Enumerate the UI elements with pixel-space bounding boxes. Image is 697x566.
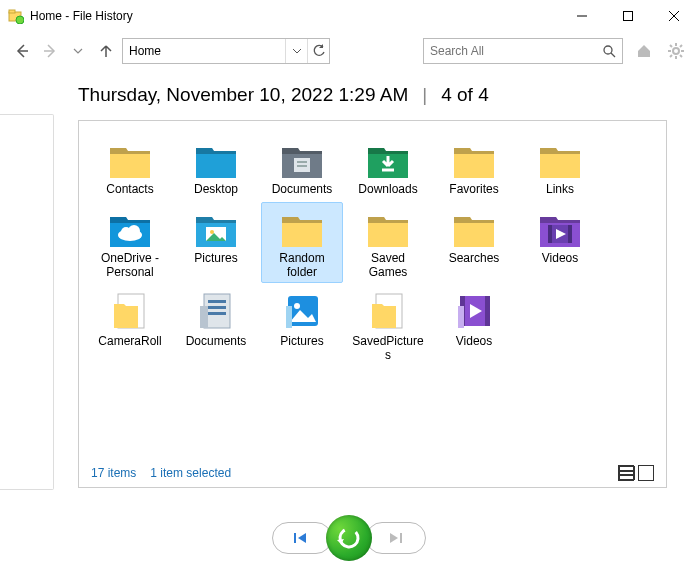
window-title: Home - File History (30, 9, 559, 23)
main-area: Thursday, November 10, 2022 1:29 AM | 4 … (0, 74, 697, 510)
home-icon[interactable] (633, 40, 655, 62)
file-item[interactable]: Searches (433, 202, 515, 283)
up-button[interactable] (94, 39, 118, 63)
svg-line-19 (680, 45, 682, 47)
next-version-button[interactable] (366, 522, 426, 554)
item-label: Documents (264, 182, 340, 196)
svg-rect-30 (548, 225, 552, 243)
svg-line-18 (670, 55, 672, 57)
address-dropdown-button[interactable] (285, 39, 307, 63)
svg-point-44 (336, 525, 361, 550)
svg-rect-22 (297, 165, 307, 167)
file-item[interactable]: Documents (175, 285, 257, 366)
svg-line-16 (670, 45, 672, 47)
previous-version-peek[interactable] (0, 114, 54, 490)
item-label: OneDrive - Personal (92, 251, 168, 279)
file-item[interactable]: Desktop (175, 133, 257, 200)
view-large-icons-button[interactable] (638, 465, 654, 481)
file-item[interactable]: Links (519, 133, 601, 200)
lib-doc-icon (192, 290, 240, 332)
item-label: Searches (436, 251, 512, 265)
folder-yellow-icon (106, 138, 154, 180)
status-bar: 17 items 1 item selected (89, 459, 656, 483)
svg-rect-43 (294, 533, 296, 543)
file-item[interactable]: Pictures (261, 285, 343, 366)
restore-button[interactable] (326, 515, 372, 561)
address-bar[interactable] (122, 38, 330, 64)
file-item[interactable]: Random folder (261, 202, 343, 283)
svg-rect-31 (568, 225, 572, 243)
svg-point-11 (673, 48, 679, 54)
folder-yellow-icon (278, 207, 326, 249)
item-label: CameraRoll (92, 334, 168, 348)
items-grid: Contacts Desktop Documents Downloads Fav… (89, 133, 656, 459)
item-label: Desktop (178, 182, 254, 196)
gear-icon[interactable] (665, 40, 687, 62)
folder-yellow-icon (450, 207, 498, 249)
item-label: Downloads (350, 182, 426, 196)
file-item[interactable]: Downloads (347, 133, 429, 200)
refresh-button[interactable] (307, 39, 329, 63)
file-item[interactable]: OneDrive - Personal (89, 202, 171, 283)
svg-rect-45 (400, 533, 402, 543)
file-item[interactable]: Pictures (175, 202, 257, 283)
file-item[interactable]: Documents (261, 133, 343, 200)
folder-yellow-icon (536, 138, 584, 180)
item-label: Links (522, 182, 598, 196)
folder-blue-icon (192, 138, 240, 180)
search-icon[interactable] (596, 44, 622, 58)
forward-button[interactable] (38, 39, 62, 63)
folder-yellow-icon (364, 207, 412, 249)
svg-point-38 (294, 303, 300, 309)
file-item[interactable]: Contacts (89, 133, 171, 200)
lib-yellow-icon (106, 290, 154, 332)
svg-line-10 (611, 53, 615, 57)
svg-rect-35 (208, 306, 226, 309)
selection-count: 1 item selected (150, 466, 231, 480)
file-item[interactable]: SavedPictures (347, 285, 429, 366)
svg-point-9 (604, 46, 612, 54)
version-position: 4 of 4 (441, 84, 489, 106)
svg-line-17 (680, 55, 682, 57)
lib-yellow-icon (364, 290, 412, 332)
version-datetime: Thursday, November 10, 2022 1:29 AM (78, 84, 408, 106)
close-button[interactable] (651, 0, 697, 32)
app-icon (8, 8, 24, 24)
navigation-controls (0, 510, 697, 566)
item-label: Pictures (178, 251, 254, 265)
svg-point-28 (210, 230, 214, 234)
separator: | (422, 84, 427, 106)
search-input[interactable] (424, 39, 596, 63)
previous-version-button[interactable] (272, 522, 332, 554)
item-label: Documents (178, 334, 254, 348)
version-header: Thursday, November 10, 2022 1:29 AM | 4 … (78, 84, 667, 106)
search-box[interactable] (423, 38, 623, 64)
svg-rect-42 (485, 296, 490, 326)
item-label: Pictures (264, 334, 340, 348)
file-item[interactable]: Videos (519, 202, 601, 283)
back-button[interactable] (10, 39, 34, 63)
item-label: Saved Games (350, 251, 426, 279)
minimize-button[interactable] (559, 0, 605, 32)
maximize-button[interactable] (605, 0, 651, 32)
view-details-button[interactable] (618, 465, 634, 481)
file-item[interactable]: Favorites (433, 133, 515, 200)
svg-rect-34 (208, 300, 226, 303)
item-count: 17 items (91, 466, 136, 480)
file-item[interactable]: Videos (433, 285, 515, 366)
item-label: Contacts (92, 182, 168, 196)
address-input[interactable] (123, 39, 285, 63)
file-pane: Contacts Desktop Documents Downloads Fav… (78, 120, 667, 488)
file-item[interactable]: CameraRoll (89, 285, 171, 366)
svg-rect-4 (624, 12, 633, 21)
folder-cloud-icon (106, 207, 154, 249)
svg-rect-1 (9, 10, 15, 13)
file-item[interactable]: Saved Games (347, 202, 429, 283)
toolbar (0, 32, 697, 74)
item-label: SavedPictures (350, 334, 426, 362)
item-label: Random folder (264, 251, 340, 279)
item-label: Favorites (436, 182, 512, 196)
svg-rect-21 (297, 161, 307, 163)
recent-locations-button[interactable] (66, 39, 90, 63)
item-label: Videos (522, 251, 598, 265)
